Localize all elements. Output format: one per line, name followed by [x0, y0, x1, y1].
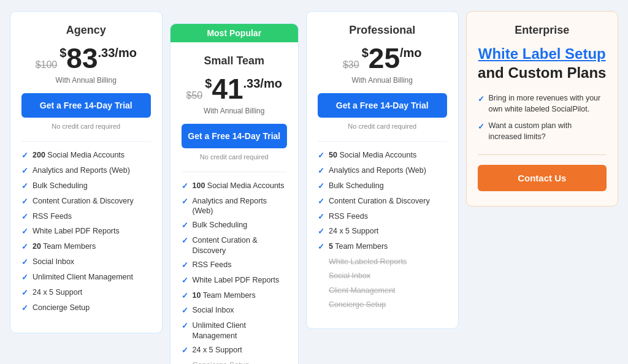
list-item: ✓5 Team Members [318, 241, 447, 252]
price-dollar-small-team: $ [205, 77, 212, 89]
list-item: ✓Unlimited Client Management [21, 272, 151, 283]
check-icon: ✓ [478, 94, 484, 105]
price-main-professional: $ 25 /mo [362, 44, 422, 72]
list-item: ✓RSS Feeds [182, 260, 288, 271]
list-item: ✓200 Social Media Accounts [21, 150, 151, 161]
price-decimal-small-team: .33/mo [243, 77, 282, 89]
check-icon: ✓ [21, 273, 28, 283]
check-icon: ✓ [318, 197, 324, 207]
check-icon: ✓ [318, 227, 324, 237]
features-divider-small-team [182, 172, 288, 172]
plan-card-agency: Agency $100 $ 83 .33/mo With Annual Bill… [10, 11, 163, 333]
plan-card-professional: Professional $30 $ 25 /mo With Annual Bi… [306, 11, 459, 329]
enterprise-feature-1: Bring in more revenues with your own whi… [489, 93, 607, 115]
price-decimal-professional: /mo [400, 47, 422, 59]
list-item-disabled: ✓Concierge Setup [318, 300, 447, 309]
enterprise-blue-heading: White Label Setup [478, 44, 607, 63]
trial-btn-agency[interactable]: Get a Free 14-Day Trial [21, 93, 151, 118]
check-icon: ✓ [182, 346, 188, 356]
check-icon: ✓ [182, 321, 188, 332]
original-price-professional: $30 [343, 60, 359, 70]
price-row-agency: $100 $ 83 .33/mo [21, 44, 151, 72]
check-icon: ✓ [182, 260, 188, 271]
feature-list-agency: ✓200 Social Media Accounts ✓Analytics an… [21, 150, 151, 314]
list-item: ✓24 x 5 Support [21, 287, 151, 298]
list-item: ✓Bulk Scheduling [318, 181, 447, 192]
pricing-wrapper: Agency $100 $ 83 .33/mo With Annual Bill… [6, 6, 622, 364]
check-icon: ✓ [21, 227, 28, 237]
plan-card-enterprise: Enterprise White Label Setup and Custom … [466, 11, 619, 207]
check-icon: ✓ [21, 166, 28, 176]
no-cc-agency: No credit card required [21, 123, 151, 130]
list-item: ✓Bulk Scheduling [21, 181, 151, 192]
price-dollar-professional: $ [362, 47, 369, 59]
check-icon: ✓ [182, 291, 188, 301]
check-icon: ✓ [318, 181, 324, 192]
check-icon: ✓ [182, 236, 188, 246]
popular-badge: Most Popular [170, 23, 299, 42]
billing-note-small-team: With Annual Billing [182, 107, 288, 115]
list-item: ✓24 x 5 Support [318, 226, 447, 237]
check-icon: ✓ [182, 306, 188, 316]
check-icon: ✓ [21, 197, 28, 207]
enterprise-black-heading: and Custom Plans [478, 64, 606, 81]
list-item: ✓20 Team Members [21, 241, 151, 252]
plan-title-agency: Agency [21, 24, 151, 37]
original-price-small-team: $50 [186, 91, 203, 100]
list-item: ✓Unlimited Client Management [182, 320, 288, 341]
list-item: ✓Social Inbox [182, 305, 288, 316]
price-row-professional: $30 $ 25 /mo [318, 44, 447, 72]
plan-title-small-team: Small Team [182, 55, 288, 67]
original-price-agency: $100 [36, 60, 58, 70]
enterprise-heading: White Label Setup and Custom Plans [478, 44, 607, 82]
list-item: ✓ Want a custom plan with increased limi… [478, 121, 607, 142]
list-item-disabled: ✓Client Management [318, 286, 447, 295]
check-icon: ✓ [182, 181, 188, 192]
list-item: ✓Analytics and Reports (Web) [21, 165, 151, 176]
list-item: ✓100 Social Media Accounts [182, 181, 288, 192]
price-main-small-team: $ 41 .33/mo [205, 75, 282, 103]
billing-note-professional: With Annual Billing [318, 76, 447, 85]
no-cc-small-team: No credit card required [182, 153, 288, 161]
enterprise-feature-list: ✓ Bring in more revenues with your own w… [478, 93, 607, 142]
list-item: ✓Bulk Scheduling [182, 220, 288, 231]
list-item: ✓Social Inbox [21, 257, 151, 268]
check-icon: ✓ [318, 166, 324, 176]
contact-us-button[interactable]: Contact Us [478, 165, 607, 191]
check-icon: ✓ [21, 181, 28, 192]
check-icon: ✓ [21, 242, 28, 252]
feature-list-small-team: ✓100 Social Media Accounts ✓Analytics an… [182, 181, 288, 364]
check-icon: ✓ [21, 212, 28, 222]
list-item-disabled: ✓Social Inbox [318, 271, 447, 281]
features-divider-agency [21, 141, 151, 142]
trial-btn-small-team[interactable]: Get a Free 14-Day Trial [182, 124, 288, 148]
check-icon: ✓ [478, 121, 484, 132]
no-cc-professional: No credit card required [318, 123, 447, 130]
list-item: ✓Analytics and Reports (Web) [182, 196, 288, 216]
plan-card-small-team: Small Team $50 $ 41 .33/mo With Annual B… [170, 42, 299, 364]
enterprise-feature-2: Want a custom plan with increased limits… [489, 121, 607, 142]
check-icon: ✓ [21, 151, 28, 161]
price-decimal-agency: .33/mo [98, 47, 137, 59]
price-number-agency: 83 [66, 44, 98, 72]
trial-btn-professional[interactable]: Get a Free 14-Day Trial [318, 93, 447, 118]
check-icon: ✓ [21, 257, 28, 268]
list-item: ✓RSS Feeds [21, 211, 151, 222]
feature-list-professional: ✓50 Social Media Accounts ✓Analytics and… [318, 150, 447, 309]
check-icon: ✓ [182, 276, 188, 286]
list-item: ✓Analytics and Reports (Web) [318, 165, 447, 176]
check-icon: ✓ [318, 212, 324, 222]
list-item: ✓White Label PDF Reports [21, 226, 151, 237]
list-item: ✓10 Team Members [182, 290, 288, 301]
plan-title-professional: Professional [318, 24, 447, 37]
features-divider-professional [318, 141, 447, 142]
list-item: ✓Concierge Setup [21, 303, 151, 314]
popular-wrapper: Most Popular Small Team $50 $ 41 .33/mo … [170, 23, 299, 364]
price-number-small-team: 41 [212, 75, 243, 103]
list-item: ✓Content Curation & Discovery [182, 235, 288, 256]
check-icon: ✓ [21, 288, 28, 298]
check-icon: ✓ [182, 221, 188, 231]
list-item: ✓ Bring in more revenues with your own w… [478, 93, 607, 115]
price-main-agency: $ 83 .33/mo [59, 44, 137, 72]
enterprise-title: Enterprise [478, 24, 607, 37]
